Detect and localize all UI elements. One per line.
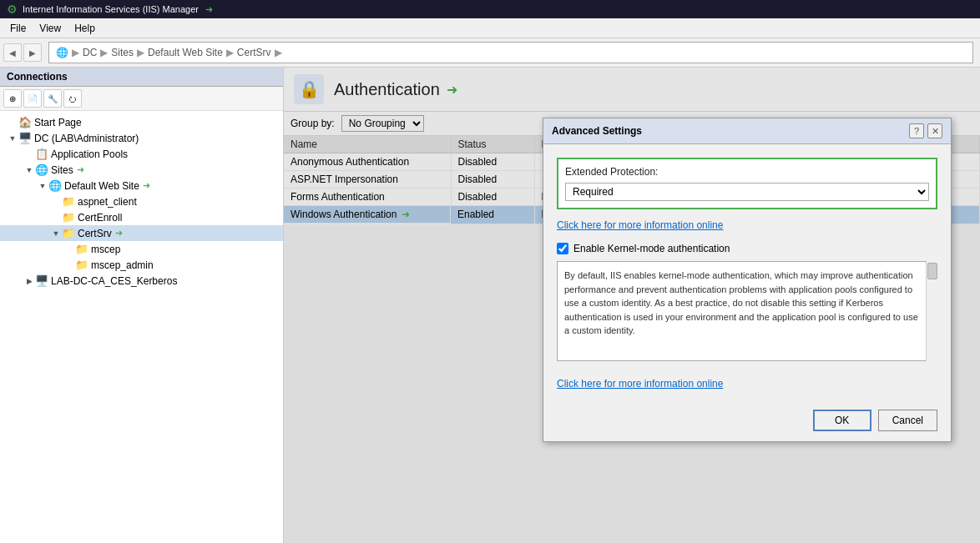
app-icon: ⚙ [7, 3, 18, 16]
mscep-admin-icon: 📁 [75, 259, 88, 271]
mscep-label: mscep [91, 244, 120, 255]
toolbar: ◀ ▶ 🌐 ▶ DC ▶ Sites ▶ Default Web Site ▶ … [0, 38, 980, 68]
content-area: 🔒 Authentication ➜ Group by: No Grouping… [284, 68, 980, 543]
nav-buttons: ◀ ▶ [3, 43, 42, 62]
title-arrow: ➜ [205, 4, 213, 15]
menu-view[interactable]: View [33, 21, 68, 36]
tree-node-sites[interactable]: ▼ 🌐 Sites ➜ [0, 162, 283, 178]
advanced-settings-dialog: Advanced Settings ? ✕ Extended Protectio… [543, 118, 952, 442]
dialog-help-button[interactable]: ? [909, 123, 924, 138]
aspnet-label: aspnet_client [78, 196, 137, 208]
dialog-title: Advanced Settings [552, 125, 642, 137]
cancel-button[interactable]: Cancel [878, 410, 937, 431]
kernel-mode-checkbox[interactable] [557, 243, 568, 254]
sidebar-tool-btn-1[interactable]: ⊕ [3, 89, 22, 108]
tree-node-mscep-admin[interactable]: 📁 mscep_admin [0, 257, 283, 273]
certenroll-icon: 📁 [62, 211, 75, 224]
certsrv-arrow: ➜ [115, 228, 123, 239]
description-container: By default, IIS enables kernel-mode auth… [557, 261, 937, 361]
title-bar: ⚙ Internet Information Services (IIS) Ma… [0, 0, 980, 18]
default-web-icon: 🌐 [48, 179, 62, 192]
address-sites: Sites [111, 47, 134, 58]
dialog-controls: ? ✕ [909, 123, 942, 138]
app-pools-label: Application Pools [51, 148, 128, 160]
address-bar: 🌐 ▶ DC ▶ Sites ▶ Default Web Site ▶ Cert… [48, 42, 973, 63]
mscep-admin-label: mscep_admin [91, 259, 154, 271]
more-info-link-2[interactable]: Click here for more information online [557, 378, 937, 390]
forward-button[interactable]: ▶ [23, 43, 42, 62]
mscep-icon: 📁 [75, 243, 88, 255]
dialog-body: Extended Protection: Required Click here… [543, 144, 951, 403]
app-title: Internet Information Services (IIS) Mana… [23, 4, 199, 14]
menu-file[interactable]: File [3, 21, 33, 36]
extended-protection-select[interactable]: Required [565, 183, 929, 201]
kernel-mode-label: Enable Kernel-mode authentication [573, 243, 730, 254]
dc-icon: 🖥️ [18, 132, 32, 144]
sites-arrow: ➜ [77, 164, 84, 175]
sidebar-tool-btn-3[interactable]: 🔧 [43, 89, 62, 108]
certsrv-label: CertSrv [78, 228, 112, 239]
lab-dc-ca-icon: 🖥️ [35, 274, 48, 287]
more-info-link-1[interactable]: Click here for more information online [557, 219, 937, 231]
extended-protection-row: Required [565, 183, 929, 201]
dialog-overlay: Advanced Settings ? ✕ Extended Protectio… [284, 68, 980, 543]
default-web-arrow: ➜ [143, 180, 150, 191]
tree-node-certenroll[interactable]: 📁 CertEnroll [0, 209, 283, 225]
default-web-label: Default Web Site [64, 180, 139, 192]
tree-container: 🏠 Start Page ▼ 🖥️ DC (LAB\Administrator)… [0, 111, 283, 292]
extended-protection-label: Extended Protection: [565, 166, 929, 178]
tree-node-mscep[interactable]: 📁 mscep [0, 241, 283, 257]
menu-bar: File View Help [0, 18, 980, 38]
dialog-close-button[interactable]: ✕ [927, 123, 942, 138]
sidebar-header: Connections [0, 68, 283, 87]
dialog-title-bar: Advanced Settings ? ✕ [543, 118, 951, 144]
address-certsrv: CertSrv [237, 47, 271, 58]
tree-node-app-pools[interactable]: 📋 Application Pools [0, 146, 283, 162]
dialog-footer: OK Cancel [543, 403, 951, 441]
tree-node-dc[interactable]: ▼ 🖥️ DC (LAB\Administrator) [0, 130, 283, 146]
menu-help[interactable]: Help [68, 21, 102, 36]
extended-protection-group: Extended Protection: Required [557, 158, 937, 209]
lab-dc-ca-label: LAB-DC-CA_CES_Kerberos [51, 275, 177, 287]
address-dc: DC [83, 47, 97, 58]
tree-node-start-page[interactable]: 🏠 Start Page [0, 114, 283, 130]
sites-label: Sites [51, 164, 73, 176]
sidebar-tool-btn-2[interactable]: 📄 [23, 89, 42, 108]
description-text: By default, IIS enables kernel-mode auth… [557, 261, 937, 361]
dc-label: DC (LAB\Administrator) [34, 133, 139, 144]
start-page-icon: 🏠 [18, 116, 32, 128]
tree-node-aspnet[interactable]: 📁 aspnet_client [0, 194, 283, 209]
address-icon: 🌐 [56, 47, 68, 58]
back-button[interactable]: ◀ [3, 43, 22, 62]
kernel-mode-checkbox-row: Enable Kernel-mode authentication [557, 243, 937, 254]
main-layout: Connections ⊕ 📄 🔧 ⭮ 🏠 Start Page ▼ 🖥️ DC… [0, 68, 980, 543]
address-defaultweb: Default Web Site [148, 47, 223, 58]
tree-node-lab-dc-ca[interactable]: ▶ 🖥️ LAB-DC-CA_CES_Kerberos [0, 273, 283, 289]
certsrv-icon: 📁 [62, 227, 75, 239]
app-pools-icon: 📋 [35, 148, 48, 160]
sidebar-toolbar: ⊕ 📄 🔧 ⭮ [0, 87, 283, 111]
start-page-label: Start Page [34, 117, 82, 128]
description-scrollbar[interactable] [926, 261, 937, 361]
tree-node-certsrv[interactable]: ▼ 📁 CertSrv ➜ [0, 225, 283, 241]
sites-icon: 🌐 [35, 163, 48, 176]
aspnet-icon: 📁 [62, 195, 75, 208]
sidebar-tool-btn-4[interactable]: ⭮ [63, 89, 82, 108]
certenroll-label: CertEnroll [78, 212, 122, 224]
ok-button[interactable]: OK [813, 410, 871, 431]
tree-node-default-web[interactable]: ▼ 🌐 Default Web Site ➜ [0, 178, 283, 194]
sidebar: Connections ⊕ 📄 🔧 ⭮ 🏠 Start Page ▼ 🖥️ DC… [0, 68, 284, 543]
